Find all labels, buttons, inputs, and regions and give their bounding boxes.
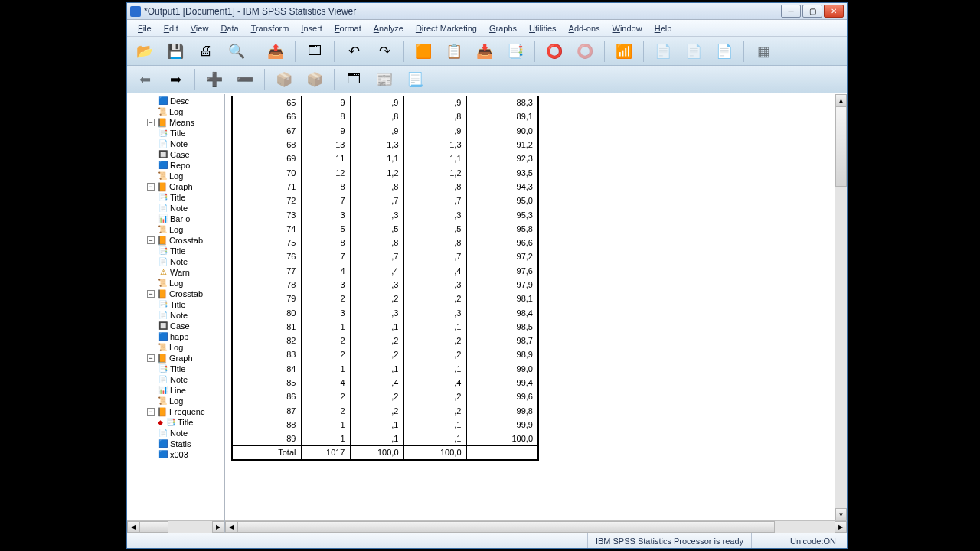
preview-icon[interactable]: 🔍 xyxy=(224,40,250,63)
table-row[interactable]: 69111,11,192,3 xyxy=(232,152,538,165)
outline-item-note[interactable]: Note xyxy=(127,256,224,267)
scroll-thumb[interactable] xyxy=(139,521,168,533)
outline-item-happ[interactable]: happ xyxy=(127,331,224,342)
outline-item-title[interactable]: ◆Title xyxy=(127,417,224,428)
table-row[interactable]: 811,1,198,5 xyxy=(232,320,538,334)
export-icon[interactable]: 📤 xyxy=(263,40,289,63)
expand-toggle-icon[interactable]: − xyxy=(147,183,155,191)
table-row[interactable]: 68131,31,391,2 xyxy=(232,138,538,152)
viewer-vscroll[interactable]: ▲ ▼ xyxy=(835,94,847,520)
table-row[interactable]: 822,2,298,7 xyxy=(232,334,538,347)
table-row[interactable]: 881,1,199,9 xyxy=(232,418,538,432)
menu-utilities[interactable]: Utilities xyxy=(523,21,562,35)
table-row[interactable]: 718,8,894,3 xyxy=(232,180,538,194)
outline-pane[interactable]: DescLog−MeansTitleNoteCaseRepoLog−GraphT… xyxy=(127,94,225,533)
outline-item-bar o[interactable]: Bar o xyxy=(127,214,224,224)
outline-item-log[interactable]: Log xyxy=(127,342,224,353)
outline-item-note[interactable]: Note xyxy=(127,374,224,385)
scroll-left-icon[interactable]: ◀ xyxy=(225,521,237,533)
outline-item-log[interactable]: Log xyxy=(127,278,224,289)
outline-item-statis[interactable]: Statis xyxy=(127,439,224,449)
outline-item-log[interactable]: Log xyxy=(127,224,224,235)
table-row[interactable]: 862,2,299,6 xyxy=(232,390,538,403)
outline-item-graph[interactable]: −Graph xyxy=(127,353,224,364)
outline-item-graph[interactable]: −Graph xyxy=(127,181,224,192)
outline-item-crosstab[interactable]: −Crosstab xyxy=(127,289,224,299)
table-row[interactable]: 872,2,299,8 xyxy=(232,404,538,418)
select-last-icon[interactable]: ⭕ xyxy=(541,40,567,63)
menu-file[interactable]: File xyxy=(132,21,158,35)
outline-item-title[interactable]: Title xyxy=(127,299,224,310)
outline-item-case[interactable]: Case xyxy=(127,149,224,160)
outline-item-title[interactable]: Title xyxy=(127,364,224,374)
table-row[interactable]: 774,4,497,6 xyxy=(232,264,538,278)
hide-icon[interactable]: 📦 xyxy=(302,68,328,91)
outline-item-title[interactable]: Title xyxy=(127,128,224,139)
table-row[interactable]: 70121,21,293,5 xyxy=(232,165,538,179)
table-row[interactable]: 832,2,298,9 xyxy=(232,347,538,361)
redo-icon[interactable]: ↷ xyxy=(371,40,397,63)
table-row[interactable]: 727,7,795,0 xyxy=(232,194,538,207)
expand-toggle-icon[interactable]: − xyxy=(147,236,155,244)
outline-item-note[interactable]: Note xyxy=(127,139,224,149)
scroll-right-icon[interactable]: ▶ xyxy=(212,521,224,533)
menu-graphs[interactable]: Graphs xyxy=(483,21,523,35)
scroll-down-icon[interactable]: ▼ xyxy=(835,508,847,520)
tool-c-icon[interactable]: 📄 xyxy=(711,40,737,63)
forward-icon[interactable]: ➡ xyxy=(162,68,188,91)
outline-item-x003[interactable]: x003 xyxy=(127,449,224,460)
insert-text-icon[interactable]: 📃 xyxy=(402,68,428,91)
collapse-icon[interactable]: ➖ xyxy=(232,68,258,91)
outline-item-log[interactable]: Log xyxy=(127,171,224,181)
titlebar[interactable]: *Output1 [Document1] - IBM SPSS Statisti… xyxy=(127,3,847,20)
variables-icon[interactable]: 📥 xyxy=(472,40,498,63)
insert-title-icon[interactable]: 📰 xyxy=(371,68,397,91)
menu-window[interactable]: Window xyxy=(606,21,648,35)
expand-toggle-icon[interactable]: − xyxy=(147,354,155,362)
table-row[interactable]: 803,3,398,4 xyxy=(232,305,538,319)
outline-item-line[interactable]: Line xyxy=(127,385,224,396)
table-row[interactable]: 733,3,395,3 xyxy=(232,207,538,221)
table-row[interactable]: 745,5,595,8 xyxy=(232,222,538,236)
table-row[interactable]: 841,1,199,0 xyxy=(232,362,538,376)
scroll-left-icon[interactable]: ◀ xyxy=(127,521,139,533)
scroll-thumb[interactable] xyxy=(237,521,775,533)
insert-heading-icon[interactable]: 🗔 xyxy=(341,68,367,91)
goto-variable-icon[interactable]: 📑 xyxy=(502,40,528,63)
menu-transform[interactable]: Transform xyxy=(245,21,296,35)
viewer-hscroll[interactable]: ◀ ▶ xyxy=(225,520,847,533)
table-row[interactable]: 767,7,797,2 xyxy=(232,249,538,263)
outline-hscroll[interactable]: ◀ ▶ xyxy=(127,520,224,533)
menu-analyze[interactable]: Analyze xyxy=(368,21,410,35)
outline-item-case[interactable]: Case xyxy=(127,321,224,331)
tool-b-icon[interactable]: 📄 xyxy=(681,40,707,63)
minimize-button[interactable]: ─ xyxy=(781,5,801,18)
menu-edit[interactable]: Edit xyxy=(158,21,185,35)
tool-d-icon[interactable]: ▦ xyxy=(750,40,776,63)
outline-item-means[interactable]: −Means xyxy=(127,117,224,128)
save-icon[interactable]: 💾 xyxy=(162,40,188,63)
expand-icon[interactable]: ➕ xyxy=(201,68,227,91)
outline-item-note[interactable]: Note xyxy=(127,203,224,214)
menu-add-ons[interactable]: Add-ons xyxy=(563,21,606,35)
outline-item-log[interactable]: Log xyxy=(127,396,224,406)
table-row[interactable]: 783,3,397,9 xyxy=(232,278,538,292)
goto-case-icon[interactable]: 📋 xyxy=(441,40,467,63)
outline-item-note[interactable]: Note xyxy=(127,428,224,439)
scroll-right-icon[interactable]: ▶ xyxy=(835,521,847,533)
menu-view[interactable]: View xyxy=(185,21,215,35)
table-row[interactable]: 679,9,990,0 xyxy=(232,124,538,138)
outline-item-note[interactable]: Note xyxy=(127,310,224,321)
expand-toggle-icon[interactable]: − xyxy=(147,119,155,126)
outline-item-title[interactable]: Title xyxy=(127,192,224,203)
outline-item-title[interactable]: Title xyxy=(127,246,224,256)
menu-data[interactable]: Data xyxy=(214,21,244,35)
print-icon[interactable]: 🖨 xyxy=(193,40,219,63)
menu-help[interactable]: Help xyxy=(648,21,678,35)
frequency-table[interactable]: 659,9,988,3668,8,889,1679,9,990,068131,3… xyxy=(231,96,539,461)
table-row[interactable]: 758,8,896,6 xyxy=(232,236,538,249)
outline-item-desc[interactable]: Desc xyxy=(127,96,224,106)
table-total-row[interactable]: Total1017100,0100,0 xyxy=(232,445,538,459)
maximize-button[interactable]: ▢ xyxy=(802,5,822,18)
goto-data-icon[interactable]: 🟧 xyxy=(410,40,436,63)
